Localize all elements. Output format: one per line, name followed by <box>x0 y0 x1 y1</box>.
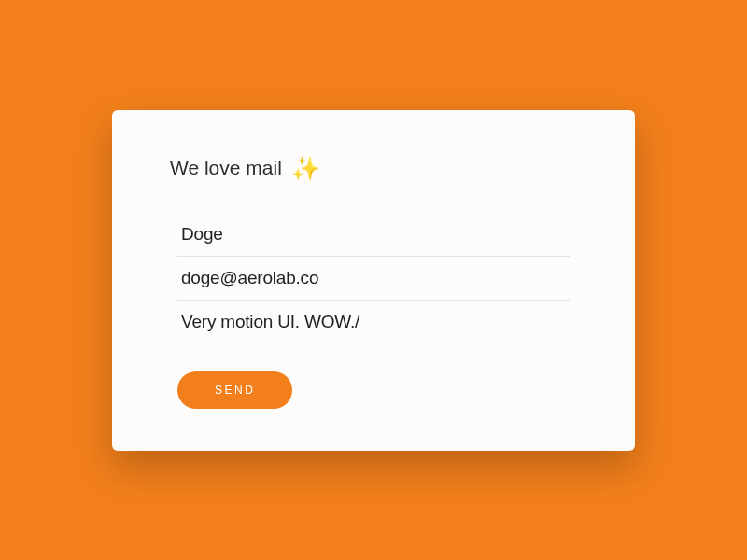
heading-text: We love mail <box>170 157 282 179</box>
contact-card: We love mail ✨ SEND <box>112 110 635 451</box>
sparkles-icon: ✨ <box>291 157 320 180</box>
name-input[interactable] <box>177 213 570 257</box>
send-button[interactable]: SEND <box>177 371 292 409</box>
email-input[interactable] <box>177 257 570 301</box>
form-heading: We love mail ✨ <box>170 157 570 180</box>
message-input[interactable] <box>177 301 570 343</box>
